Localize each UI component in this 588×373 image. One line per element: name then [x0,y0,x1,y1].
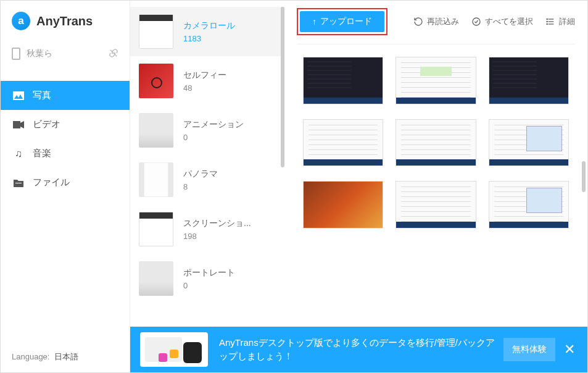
svg-point-10 [547,19,547,19]
nav-photos[interactable]: 写真 [1,81,130,110]
music-icon: ♫ [13,149,24,158]
select-all-button[interactable]: すべてを選択 [471,16,533,27]
svg-marker-4 [20,121,24,128]
album-count: 1183 [183,34,235,43]
nav-label: ファイル [33,177,70,188]
svg-point-11 [547,21,547,22]
photo-thumbnail[interactable] [395,57,476,104]
photo-thumbnail[interactable] [395,119,476,167]
album-thumb [139,162,173,197]
svg-point-6 [473,18,480,25]
language-selector[interactable]: Language: 日本語 [12,351,78,363]
nav-video[interactable]: ビデオ [1,110,130,139]
upload-arrow-icon: ↑ [312,17,317,27]
album-thumb [139,212,173,246]
detail-label: 詳細 [559,16,575,27]
album-name: スクリーンショ... [183,218,251,229]
album-item[interactable]: ポートレート0 [130,254,284,303]
album-list: カメラロール1183セルフィー48アニメーション0パノラマ8スクリーンショ...… [130,1,284,322]
nav-label: 写真 [33,90,51,101]
nav-label: ビデオ [33,119,60,130]
nav-file[interactable]: ファイル [1,168,130,197]
upload-highlight: ↑ アップロード [297,8,387,35]
upload-label: アップロード [320,16,372,27]
photo-thumbnail[interactable] [395,181,476,228]
banner-close-button[interactable]: ✕ [561,342,578,358]
upload-button[interactable]: ↑ アップロード [300,11,384,32]
album-name: アニメーション [183,119,244,130]
photo-thumbnail[interactable] [489,57,569,104]
file-icon [13,178,24,187]
album-scrollbar[interactable] [281,7,284,316]
album-count: 8 [183,182,218,191]
album-thumb [139,64,173,98]
photo-thumbnail[interactable] [489,181,569,228]
language-label: Language: [12,352,49,361]
promo-banner: AnyTransデスクトップ版でより多くのデータを移行/管理/バックアップしまし… [130,327,587,372]
grid-scrollbar[interactable] [582,50,586,309]
video-icon [13,120,24,129]
reload-button[interactable]: 再読込み [413,16,459,27]
close-icon: ✕ [564,342,575,358]
nav-label: 音楽 [33,148,51,159]
language-value: 日本語 [54,352,78,361]
check-circle-icon [471,17,481,27]
nav-music[interactable]: ♫ 音楽 [1,139,130,168]
device-name: 秋葉ら [27,48,52,59]
photo-thumbnail[interactable] [489,119,569,167]
nav: 写真 ビデオ ♫ 音楽 ファイル [1,81,130,197]
svg-rect-5 [15,183,22,183]
phone-icon [12,48,20,60]
album-item[interactable]: パノラマ8 [130,155,284,204]
album-name: セルフィー [183,70,226,81]
unlink-icon[interactable] [109,48,118,60]
reload-label: 再読込み [427,16,459,27]
svg-point-12 [547,23,547,24]
album-item[interactable]: スクリーンショ...198 [130,204,284,254]
list-icon [545,17,555,27]
banner-text: AnyTransデスクトップ版でより多くのデータを移行/管理/バックアップしまし… [219,336,503,364]
album-thumb [139,113,173,148]
banner-image [140,332,208,367]
album-name: カメラロール [183,20,235,31]
select-all-label: すべてを選択 [485,16,533,27]
album-count: 0 [183,133,244,142]
album-count: 198 [183,232,251,241]
device-row[interactable]: 秋葉ら [1,39,130,69]
logo-icon: a [12,12,30,30]
detail-button[interactable]: 詳細 [545,16,575,27]
toolbar: ↑ アップロード 再読込み すべてを選択 詳細 [291,7,581,36]
album-item[interactable]: カメラロール1183 [130,7,284,56]
photo-grid [297,44,575,317]
sidebar: a AnyTrans 秋葉ら 写真 ビデオ ♫ 音楽 ファイル Language [1,1,130,372]
album-name: ポートレート [183,267,235,279]
app-logo: a AnyTrans [1,1,130,39]
photo-thumbnail[interactable] [303,57,383,104]
reload-icon [413,17,423,27]
svg-rect-3 [13,121,20,128]
album-count: 0 [183,281,235,290]
album-item[interactable]: アニメーション0 [130,106,284,155]
photo-thumbnail[interactable] [303,181,383,228]
app-name: AnyTrans [36,14,93,28]
album-name: パノラマ [183,169,218,180]
album-thumb [139,261,173,296]
album-thumb [139,14,173,49]
photo-icon [13,91,24,100]
photo-thumbnail[interactable] [303,119,383,167]
album-count: 48 [183,83,226,93]
banner-cta-button[interactable]: 無料体験 [503,338,555,361]
album-item[interactable]: セルフィー48 [130,56,284,106]
